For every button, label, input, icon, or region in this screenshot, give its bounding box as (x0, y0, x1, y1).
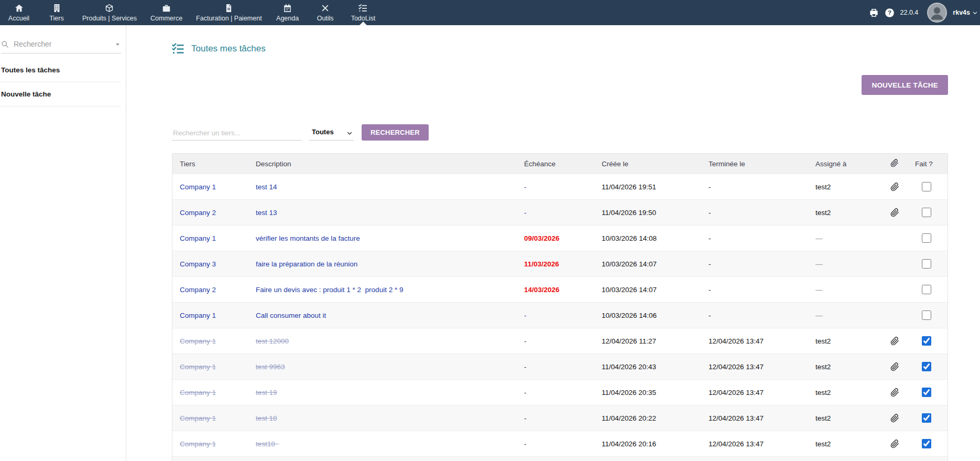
menu-item-label: Accueil (8, 15, 29, 22)
user-menu[interactable]: rkv4s (953, 9, 978, 16)
partial-next-row (172, 456, 948, 461)
paperclip-icon[interactable] (890, 388, 899, 397)
done-checkbox[interactable] (922, 439, 931, 448)
due-date: - (524, 312, 602, 319)
status-select[interactable]: Toutes (309, 125, 354, 141)
done-checkbox[interactable] (922, 388, 931, 397)
completed-date: - (709, 209, 815, 217)
help-icon[interactable]: ? (885, 8, 895, 18)
paperclip-icon[interactable] (890, 439, 899, 448)
tiers-link[interactable]: Company 1 (180, 440, 256, 448)
created-date: 11/04/2026 20:16 (602, 440, 709, 448)
header-termin-e-le: Terminée le (709, 160, 815, 168)
svg-text:?: ? (888, 9, 891, 16)
main-content: Toutes mes tâches NOUVELLE TÂCHE Toutes … (126, 25, 980, 461)
tiers-link[interactable]: Company 3 (180, 260, 256, 268)
created-date: 10/03/2026 14:07 (602, 286, 709, 294)
description-link[interactable]: vérifier les montants de la facture (256, 234, 524, 242)
description-link[interactable]: test 12000 (256, 337, 524, 345)
tiers-link[interactable]: Company 2 (180, 209, 256, 217)
paperclip-icon[interactable] (890, 183, 899, 191)
paperclip-icon[interactable] (890, 362, 899, 371)
tiers-link[interactable]: Company 2 (180, 286, 256, 294)
completed-date: - (709, 312, 815, 319)
print-icon[interactable] (869, 8, 879, 18)
description-link[interactable]: test 19 (256, 389, 524, 396)
description-link[interactable]: test 9963 (256, 363, 524, 371)
description-link[interactable]: test 13 (256, 209, 524, 217)
status-select-control[interactable]: Toutes (309, 125, 354, 141)
tiers-link[interactable]: Company 1 (180, 389, 256, 396)
tiers-link[interactable]: Company 1 (180, 312, 256, 319)
menu-item-label: Agenda (276, 15, 299, 22)
attachment-cell (886, 388, 915, 397)
sidebar-item-toutes-les-t-ches[interactable]: Toutes les tâches (0, 58, 121, 82)
caret-down-icon[interactable] (114, 41, 121, 48)
tools-icon (321, 4, 330, 13)
due-date: - (524, 337, 602, 345)
menu-item-produits-services[interactable]: Produits | Services (75, 0, 144, 25)
done-checkbox[interactable] (922, 413, 931, 423)
briefcase-icon (162, 4, 171, 13)
new-task-button[interactable]: NOUVELLE TÂCHE (862, 75, 948, 95)
menu-item-label: Produits | Services (82, 15, 137, 22)
tiers-link[interactable]: Company 1 (180, 234, 256, 242)
sidebar-search-input[interactable] (13, 39, 111, 49)
paperclip-icon[interactable] (890, 414, 899, 423)
done-checkbox[interactable] (922, 336, 931, 346)
paperclip-icon[interactable] (890, 337, 899, 346)
description-link[interactable]: Faire un devis avec : produit 1 * 2 prod… (256, 286, 524, 294)
table-row: Company 1vérifier les montants de la fac… (172, 225, 948, 251)
menu-item-facturation-paiement[interactable]: Facturation | Paiement (189, 0, 269, 25)
table-row: Company 1test 14-11/04/2026 19:51-test2 (172, 174, 948, 199)
table-row: Company 1test 18-11/04/2026 20:2212/04/2… (172, 405, 948, 431)
sidebar-item-nouvelle-t-che[interactable]: Nouvelle tâche (0, 82, 121, 106)
completed-date: - (709, 286, 815, 294)
due-date: - (524, 389, 602, 396)
tiers-search-input[interactable] (172, 125, 302, 141)
description-link[interactable]: test 14 (256, 183, 524, 191)
description-link[interactable]: faire la préparation de la réunion (256, 260, 524, 268)
description-link[interactable]: test 18 (256, 414, 524, 422)
avatar[interactable] (927, 3, 947, 23)
menu-item-agenda[interactable]: Agenda (269, 0, 307, 25)
tiers-link[interactable]: Company 1 (180, 414, 256, 422)
done-checkbox[interactable] (922, 233, 931, 243)
table-row: Company 3faire la préparation de la réun… (172, 251, 948, 276)
done-checkbox[interactable] (922, 362, 931, 371)
created-date: 10/03/2026 14:08 (602, 234, 709, 242)
search-button[interactable]: RECHERCHER (362, 124, 429, 141)
tiers-link[interactable]: Company 1 (180, 363, 256, 371)
todolist-icon (172, 42, 184, 55)
table-row: Company 2Faire un devis avec : produit 1… (172, 276, 948, 302)
menu-item-todolist[interactable]: TodoList (344, 0, 383, 25)
done-checkbox[interactable] (922, 285, 931, 294)
done-checkbox[interactable] (922, 182, 931, 191)
done-checkbox[interactable] (922, 259, 931, 269)
tiers-link[interactable]: Company 1 (180, 183, 256, 191)
menu-item-tiers[interactable]: Tiers (38, 0, 75, 25)
paperclip-icon[interactable] (890, 208, 899, 217)
version-label: 22.0.4 (900, 9, 919, 16)
header-attachment (886, 159, 915, 169)
done-checkbox[interactable] (922, 208, 931, 217)
tiers-link[interactable]: Company 1 (180, 337, 256, 345)
search-icon (1, 40, 9, 48)
menu-item-commerce[interactable]: Commerce (144, 0, 189, 25)
page-title: Toutes mes tâches (172, 42, 980, 55)
due-date: 14/03/2026 (524, 286, 602, 294)
due-date: - (524, 440, 602, 448)
completed-date: 12/04/2026 13:47 (709, 440, 815, 448)
header-assign: Assigné à (815, 160, 886, 168)
filter-bar: Toutes RECHERCHER (172, 124, 980, 141)
attachment-cell (886, 414, 915, 423)
assignee: test2 (815, 363, 886, 371)
attachment-cell (886, 337, 915, 346)
done-checkbox[interactable] (922, 310, 931, 320)
menu-item-accueil[interactable]: Accueil (0, 0, 38, 25)
completed-date: - (709, 234, 815, 242)
description-link[interactable]: Call consumer about it (256, 312, 524, 319)
description-link[interactable]: test18 (256, 440, 524, 448)
menu-item-outils[interactable]: Outils (307, 0, 344, 25)
menu-item-label: Commerce (150, 15, 182, 22)
